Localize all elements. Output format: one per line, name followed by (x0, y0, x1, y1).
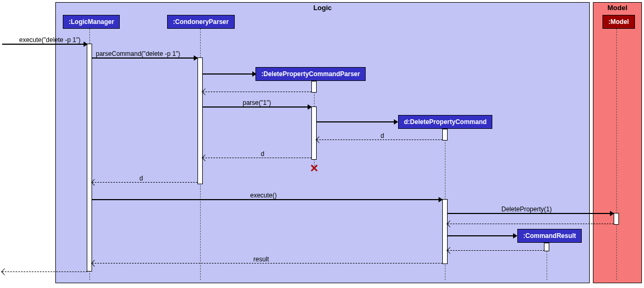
delete-property-command-box: d:DeletePropertyCommand (398, 115, 492, 129)
logic-frame-label: Logic (309, 3, 336, 13)
destroy-icon: ✕ (310, 162, 319, 175)
msg-execute2-label: execute() (250, 192, 277, 199)
msg-return-d2-label: d (261, 150, 265, 158)
msg-create-commandresult (448, 235, 517, 236)
dpc-activation2 (442, 199, 448, 264)
command-result-activation (544, 243, 549, 251)
msg-execute2 (92, 199, 442, 200)
condonery-parser-activation (197, 57, 203, 184)
msg-delete-property (448, 213, 614, 214)
dpcp-activation2 (311, 106, 317, 160)
logic-frame: Logic (55, 2, 590, 283)
msg-parse-command (92, 57, 197, 59)
msg-return-d3 (92, 182, 197, 183)
dpcp-activation1 (311, 81, 317, 93)
msg-final-return (2, 271, 87, 272)
msg-return-d2 (203, 158, 311, 158)
msg-delete-property-label: DeleteProperty(1) (501, 205, 552, 213)
msg-return-d1-label: d (381, 132, 384, 139)
msg-return-d3-label: d (139, 175, 143, 182)
msg-result (92, 263, 442, 264)
command-result-box: :CommandResult (517, 229, 582, 243)
msg-parse-label: parse("1") (243, 99, 271, 106)
model-activation (614, 213, 619, 225)
msg-create-dpcp (203, 73, 256, 75)
delete-property-command-parser-box: :DeletePropertyCommandParser (255, 67, 366, 81)
msg-result-label: result (253, 256, 269, 263)
logic-manager-activation (87, 44, 92, 271)
msg-create-dpc (317, 121, 398, 122)
msg-commandresult-return (448, 250, 544, 251)
msg-parse-command-label: parseCommand("delete -p 1") (96, 50, 180, 57)
model-lifeline (616, 29, 617, 280)
msg-return-d1 (317, 139, 442, 140)
model-box: :Model (602, 15, 635, 29)
sequence-diagram: Logic Model :LogicManager :CondoneryPars… (0, 0, 644, 288)
msg-delete-property-return (448, 224, 614, 224)
msg-execute (2, 44, 87, 45)
logic-manager-box: :LogicManager (63, 15, 120, 29)
condonery-parser-box: :CondoneryParser (167, 15, 235, 29)
msg-parse (203, 106, 311, 108)
msg-execute-label: execute("delete -p 1") (19, 36, 80, 44)
dpc-activation1 (442, 129, 448, 141)
msg-create-dpcp-return (203, 92, 311, 92)
model-frame: Model (593, 2, 642, 283)
model-frame-label: Model (603, 3, 632, 13)
